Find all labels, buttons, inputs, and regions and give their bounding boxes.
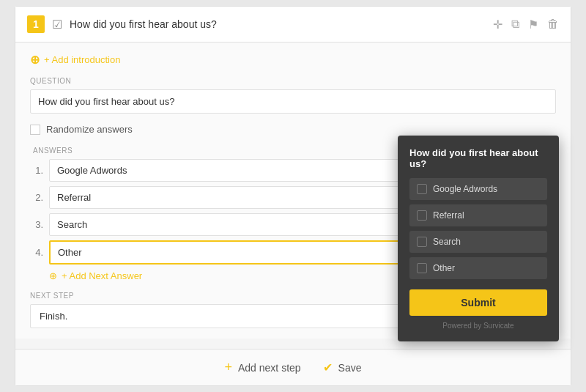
preview-checkbox-2[interactable] — [417, 210, 427, 221]
question-header: 1 ☑ How did you first hear about us? ✛ ⧉… — [15, 7, 571, 42]
next-step-value: Finish. — [40, 311, 67, 322]
question-input[interactable] — [30, 89, 556, 114]
answer-number-2: 2. — [30, 192, 43, 203]
answer-number-3: 3. — [30, 219, 43, 230]
question-check-icon: ☑ — [52, 18, 62, 32]
survey-editor: 1 ☑ How did you first hear about us? ✛ ⧉… — [15, 6, 571, 386]
delete-icon[interactable]: 🗑 — [547, 18, 559, 31]
add-next-answer-plus-icon: ⊕ — [49, 270, 57, 281]
preview-option-2[interactable]: Referral — [409, 204, 547, 226]
add-intro-plus-icon: ⊕ — [30, 53, 40, 67]
preview-checkbox-3[interactable] — [417, 237, 427, 247]
preview-checkbox-4[interactable] — [417, 263, 427, 273]
preview-option-label-3: Search — [433, 237, 461, 247]
save-check-icon: ✔ — [323, 360, 333, 374]
answer-number-1: 1. — [30, 165, 43, 176]
question-title: How did you first hear about us? — [70, 18, 217, 30]
preview-option-label-2: Referral — [433, 210, 464, 221]
randomize-label: Randomize answers — [46, 124, 133, 135]
preview-option-1[interactable]: Google Adwords — [409, 178, 547, 200]
randomize-checkbox[interactable] — [30, 125, 40, 135]
add-intro-label: + Add introduction — [44, 54, 120, 65]
add-step-plus-icon: + — [224, 360, 232, 375]
answers-section-label: ANSWERS — [33, 147, 73, 155]
save-label: Save — [338, 362, 362, 374]
preview-powered-by: Powered by Survicate — [409, 322, 547, 330]
question-number: 1 — [27, 15, 45, 33]
preview-option-3[interactable]: Search — [409, 231, 547, 253]
preview-option-label-4: Other — [433, 263, 455, 273]
header-actions: ✛ ⧉ ⚑ 🗑 — [493, 18, 559, 32]
preview-checkbox-1[interactable] — [417, 184, 427, 194]
preview-submit-button[interactable]: Submit — [409, 289, 547, 316]
randomize-row: Randomize answers — [30, 124, 556, 135]
add-next-step-button[interactable]: + Add next step — [224, 360, 300, 375]
header-left: 1 ☑ How did you first hear about us? — [27, 15, 217, 33]
move-icon[interactable]: ✛ — [493, 18, 502, 32]
bookmark-icon[interactable]: ⚑ — [528, 18, 538, 32]
save-button[interactable]: ✔ Save — [323, 360, 362, 374]
preview-popup: How did you first hear about us? Google … — [398, 136, 559, 341]
copy-icon[interactable]: ⧉ — [511, 18, 519, 31]
add-introduction-button[interactable]: ⊕ + Add introduction — [30, 53, 556, 67]
editor-footer: + Add next step ✔ Save — [15, 349, 571, 385]
preview-option-label-1: Google Adwords — [433, 184, 497, 194]
preview-question: How did you first hear about us? — [409, 147, 547, 169]
answer-number-4: 4. — [30, 247, 43, 258]
add-next-step-label: Add next step — [238, 362, 301, 374]
question-section-label: QUESTION — [30, 77, 556, 85]
add-next-answer-label: + Add Next Answer — [62, 270, 142, 281]
preview-option-4[interactable]: Other — [409, 257, 547, 279]
